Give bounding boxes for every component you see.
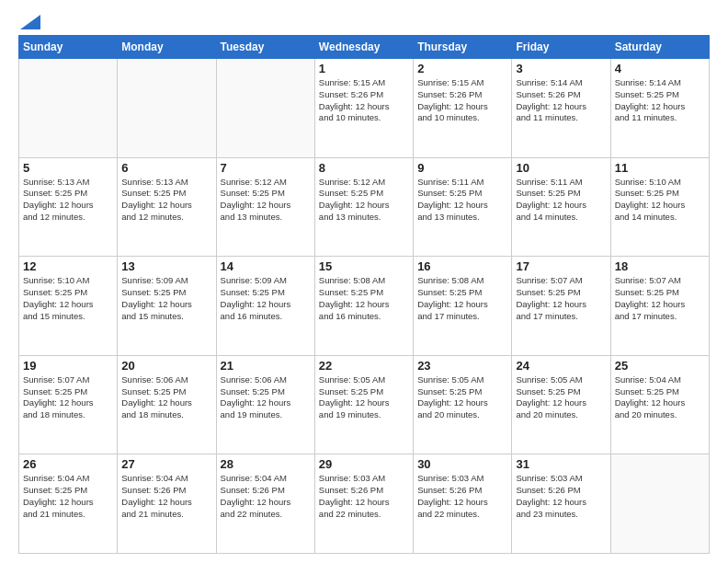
day-info: Sunrise: 5:10 AM Sunset: 5:25 PM Dayligh… — [615, 177, 705, 224]
day-number: 22 — [319, 359, 409, 373]
calendar-week-row: 26Sunrise: 5:04 AM Sunset: 5:25 PM Dayli… — [19, 454, 710, 554]
day-info: Sunrise: 5:07 AM Sunset: 5:25 PM Dayligh… — [615, 275, 705, 322]
day-number: 4 — [615, 62, 705, 75]
day-info: Sunrise: 5:08 AM Sunset: 5:25 PM Dayligh… — [417, 275, 507, 322]
calendar-cell: 5Sunrise: 5:13 AM Sunset: 5:25 PM Daylig… — [19, 157, 118, 257]
day-info: Sunrise: 5:04 AM Sunset: 5:25 PM Dayligh… — [615, 374, 705, 421]
svg-marker-0 — [20, 15, 40, 29]
calendar-cell: 10Sunrise: 5:11 AM Sunset: 5:25 PM Dayli… — [512, 157, 610, 257]
day-info: Sunrise: 5:04 AM Sunset: 5:26 PM Dayligh… — [121, 473, 211, 520]
day-number: 24 — [516, 359, 606, 373]
day-number: 21 — [221, 359, 311, 373]
calendar-cell — [19, 59, 118, 158]
day-info: Sunrise: 5:11 AM Sunset: 5:25 PM Dayligh… — [516, 177, 606, 224]
day-info: Sunrise: 5:04 AM Sunset: 5:25 PM Dayligh… — [23, 473, 113, 520]
day-number: 16 — [417, 259, 507, 273]
day-number: 20 — [121, 359, 211, 373]
weekday-header-monday: Monday — [118, 36, 216, 59]
day-number: 17 — [516, 259, 606, 273]
day-number: 6 — [121, 161, 211, 175]
calendar-cell: 12Sunrise: 5:10 AM Sunset: 5:25 PM Dayli… — [19, 257, 118, 356]
day-number: 27 — [121, 457, 211, 471]
day-info: Sunrise: 5:09 AM Sunset: 5:25 PM Dayligh… — [221, 275, 311, 322]
day-info: Sunrise: 5:08 AM Sunset: 5:25 PM Dayligh… — [319, 275, 409, 322]
day-number: 28 — [221, 457, 311, 471]
calendar-cell: 20Sunrise: 5:06 AM Sunset: 5:25 PM Dayli… — [118, 355, 216, 454]
header — [18, 17, 710, 26]
day-info: Sunrise: 5:10 AM Sunset: 5:25 PM Dayligh… — [23, 275, 113, 322]
day-info: Sunrise: 5:14 AM Sunset: 5:25 PM Dayligh… — [615, 77, 705, 124]
weekday-header-thursday: Thursday — [414, 36, 512, 59]
day-info: Sunrise: 5:12 AM Sunset: 5:25 PM Dayligh… — [221, 177, 311, 224]
day-info: Sunrise: 5:14 AM Sunset: 5:26 PM Dayligh… — [516, 77, 606, 124]
day-number: 15 — [319, 259, 409, 273]
calendar-cell: 26Sunrise: 5:04 AM Sunset: 5:25 PM Dayli… — [19, 454, 118, 554]
logo-icon — [20, 15, 40, 29]
weekday-header-tuesday: Tuesday — [216, 36, 314, 59]
weekday-header-friday: Friday — [512, 36, 610, 59]
calendar-cell: 27Sunrise: 5:04 AM Sunset: 5:26 PM Dayli… — [118, 454, 216, 554]
calendar-cell: 28Sunrise: 5:04 AM Sunset: 5:26 PM Dayli… — [216, 454, 314, 554]
day-number: 11 — [615, 161, 705, 175]
day-info: Sunrise: 5:12 AM Sunset: 5:25 PM Dayligh… — [319, 177, 409, 224]
calendar-cell: 22Sunrise: 5:05 AM Sunset: 5:25 PM Dayli… — [314, 355, 413, 454]
calendar-cell: 29Sunrise: 5:03 AM Sunset: 5:26 PM Dayli… — [314, 454, 413, 554]
logo — [18, 17, 40, 26]
calendar-table: SundayMondayTuesdayWednesdayThursdayFrid… — [18, 35, 710, 554]
day-number: 19 — [23, 359, 113, 373]
day-number: 26 — [23, 457, 113, 471]
calendar-cell: 7Sunrise: 5:12 AM Sunset: 5:25 PM Daylig… — [216, 157, 314, 257]
day-number: 8 — [319, 161, 409, 175]
calendar-cell: 4Sunrise: 5:14 AM Sunset: 5:25 PM Daylig… — [610, 59, 709, 158]
day-number: 29 — [319, 457, 409, 471]
day-number: 10 — [516, 161, 606, 175]
calendar-cell — [118, 59, 216, 158]
calendar-cell: 6Sunrise: 5:13 AM Sunset: 5:25 PM Daylig… — [118, 157, 216, 257]
calendar-cell: 24Sunrise: 5:05 AM Sunset: 5:25 PM Dayli… — [512, 355, 610, 454]
day-number: 9 — [417, 161, 507, 175]
day-number: 2 — [417, 62, 507, 75]
calendar-cell — [216, 59, 314, 158]
day-info: Sunrise: 5:03 AM Sunset: 5:26 PM Dayligh… — [319, 473, 409, 520]
day-info: Sunrise: 5:15 AM Sunset: 5:26 PM Dayligh… — [319, 77, 409, 124]
calendar-cell: 8Sunrise: 5:12 AM Sunset: 5:25 PM Daylig… — [314, 157, 413, 257]
calendar-week-row: 19Sunrise: 5:07 AM Sunset: 5:25 PM Dayli… — [19, 355, 710, 454]
calendar-body: 1Sunrise: 5:15 AM Sunset: 5:26 PM Daylig… — [19, 59, 710, 554]
day-info: Sunrise: 5:13 AM Sunset: 5:25 PM Dayligh… — [121, 177, 211, 224]
calendar-week-row: 12Sunrise: 5:10 AM Sunset: 5:25 PM Dayli… — [19, 257, 710, 356]
day-info: Sunrise: 5:04 AM Sunset: 5:26 PM Dayligh… — [221, 473, 311, 520]
weekday-header-row: SundayMondayTuesdayWednesdayThursdayFrid… — [19, 36, 710, 59]
weekday-header-wednesday: Wednesday — [314, 36, 413, 59]
day-info: Sunrise: 5:15 AM Sunset: 5:26 PM Dayligh… — [417, 77, 507, 124]
calendar-cell: 16Sunrise: 5:08 AM Sunset: 5:25 PM Dayli… — [414, 257, 512, 356]
day-info: Sunrise: 5:07 AM Sunset: 5:25 PM Dayligh… — [516, 275, 606, 322]
day-info: Sunrise: 5:03 AM Sunset: 5:26 PM Dayligh… — [516, 473, 606, 520]
day-number: 13 — [121, 259, 211, 273]
day-info: Sunrise: 5:05 AM Sunset: 5:25 PM Dayligh… — [319, 374, 409, 421]
calendar-cell: 9Sunrise: 5:11 AM Sunset: 5:25 PM Daylig… — [414, 157, 512, 257]
weekday-header-saturday: Saturday — [610, 36, 709, 59]
day-number: 12 — [23, 259, 113, 273]
calendar-cell: 11Sunrise: 5:10 AM Sunset: 5:25 PM Dayli… — [610, 157, 709, 257]
calendar-cell: 25Sunrise: 5:04 AM Sunset: 5:25 PM Dayli… — [610, 355, 709, 454]
calendar-cell: 2Sunrise: 5:15 AM Sunset: 5:26 PM Daylig… — [414, 59, 512, 158]
day-number: 1 — [319, 62, 409, 75]
day-number: 14 — [221, 259, 311, 273]
day-number: 18 — [615, 259, 705, 273]
day-number: 23 — [417, 359, 507, 373]
calendar-cell: 21Sunrise: 5:06 AM Sunset: 5:25 PM Dayli… — [216, 355, 314, 454]
day-info: Sunrise: 5:13 AM Sunset: 5:25 PM Dayligh… — [23, 177, 113, 224]
calendar-cell: 15Sunrise: 5:08 AM Sunset: 5:25 PM Dayli… — [314, 257, 413, 356]
calendar-cell: 1Sunrise: 5:15 AM Sunset: 5:26 PM Daylig… — [314, 59, 413, 158]
day-info: Sunrise: 5:05 AM Sunset: 5:25 PM Dayligh… — [516, 374, 606, 421]
day-info: Sunrise: 5:06 AM Sunset: 5:25 PM Dayligh… — [221, 374, 311, 421]
weekday-header-sunday: Sunday — [19, 36, 118, 59]
day-number: 31 — [516, 457, 606, 471]
calendar-cell: 14Sunrise: 5:09 AM Sunset: 5:25 PM Dayli… — [216, 257, 314, 356]
calendar-cell: 31Sunrise: 5:03 AM Sunset: 5:26 PM Dayli… — [512, 454, 610, 554]
day-number: 5 — [23, 161, 113, 175]
calendar-cell: 18Sunrise: 5:07 AM Sunset: 5:25 PM Dayli… — [610, 257, 709, 356]
calendar-cell: 23Sunrise: 5:05 AM Sunset: 5:25 PM Dayli… — [414, 355, 512, 454]
calendar-cell: 17Sunrise: 5:07 AM Sunset: 5:25 PM Dayli… — [512, 257, 610, 356]
day-info: Sunrise: 5:09 AM Sunset: 5:25 PM Dayligh… — [121, 275, 211, 322]
